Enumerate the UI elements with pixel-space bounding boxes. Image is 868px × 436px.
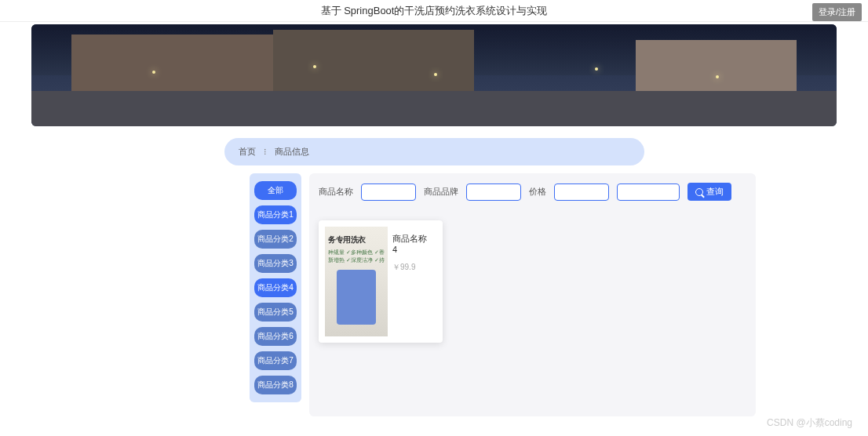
price-min-input[interactable] — [554, 183, 609, 201]
category-all[interactable]: 全部 — [254, 181, 297, 200]
price-max-input[interactable] — [617, 183, 680, 201]
search-button[interactable]: 查询 — [687, 183, 731, 201]
breadcrumb: 首页 ⫶ 商品信息 — [224, 138, 644, 165]
login-register-button[interactable]: 登录/注册 — [812, 3, 862, 21]
product-image-title: 务专用洗衣 — [328, 234, 366, 245]
breadcrumb-home[interactable]: 首页 — [239, 147, 256, 156]
filter-price-label: 价格 — [529, 186, 546, 198]
product-info: 商品名称4 ￥99.9 — [388, 227, 436, 336]
watermark: CSDN @小蔡coding — [767, 416, 852, 430]
search-button-label: 查询 — [706, 186, 724, 198]
search-icon — [695, 188, 703, 196]
banner-image — [31, 24, 837, 126]
product-image: 务专用洗衣 种规量 ✓多种颜色 ✓香 新增热 ✓深度洁净 ✓持 — [325, 227, 388, 336]
category-4[interactable]: 商品分类4 — [254, 278, 297, 297]
product-brand-input[interactable] — [466, 183, 521, 201]
main-panel: 商品名称 商品品牌 价格 查询 务专用洗衣 种规量 ✓多种颜色 ✓香 新增热 ✓… — [309, 173, 756, 416]
product-name-input[interactable] — [361, 183, 416, 201]
category-8[interactable]: 商品分类8 — [254, 376, 297, 394]
filter-bar: 商品名称 商品品牌 价格 查询 — [319, 183, 746, 201]
product-grid: 务专用洗衣 种规量 ✓多种颜色 ✓香 新增热 ✓深度洁净 ✓持 商品名称4 ￥9… — [319, 220, 746, 343]
product-image-subtitle: 种规量 ✓多种颜色 ✓香 新增热 ✓深度洁净 ✓持 — [328, 249, 385, 264]
filter-name-label: 商品名称 — [319, 186, 353, 198]
breadcrumb-separator: ⫶ — [263, 147, 268, 156]
filter-brand-label: 商品品牌 — [424, 186, 458, 198]
category-1[interactable]: 商品分类1 — [254, 205, 297, 224]
category-3[interactable]: 商品分类3 — [254, 254, 297, 273]
product-card[interactable]: 务专用洗衣 种规量 ✓多种颜色 ✓香 新增热 ✓深度洁净 ✓持 商品名称4 ￥9… — [319, 220, 443, 343]
category-2[interactable]: 商品分类2 — [254, 230, 297, 249]
category-7[interactable]: 商品分类7 — [254, 351, 297, 370]
content-area: 全部 商品分类1 商品分类2 商品分类3 商品分类4 商品分类5 商品分类6 商… — [112, 173, 756, 416]
product-name: 商品名称4 — [392, 233, 432, 254]
product-price: ￥99.9 — [392, 262, 432, 273]
category-6[interactable]: 商品分类6 — [254, 327, 297, 346]
header: 基于 SpringBoot的干洗店预约洗衣系统设计与实现 登录/注册 — [0, 0, 868, 22]
category-sidebar: 全部 商品分类1 商品分类2 商品分类3 商品分类4 商品分类5 商品分类6 商… — [250, 173, 301, 402]
page-title: 基于 SpringBoot的干洗店预约洗衣系统设计与实现 — [321, 4, 548, 18]
category-5[interactable]: 商品分类5 — [254, 303, 297, 322]
breadcrumb-current: 商品信息 — [275, 147, 309, 156]
